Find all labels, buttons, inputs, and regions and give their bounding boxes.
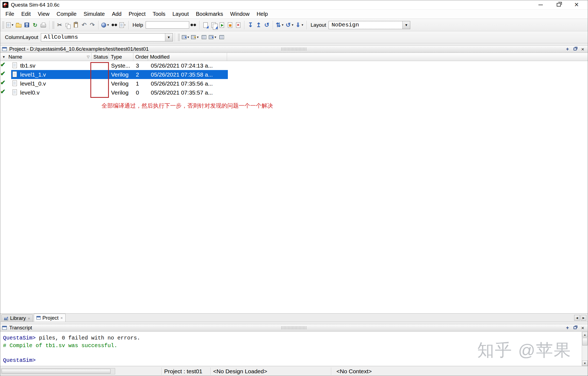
menu-item-compile[interactable]: Compile <box>53 11 80 17</box>
minimize-button[interactable] <box>532 0 550 9</box>
compile-button[interactable] <box>201 21 210 29</box>
panel-close-button[interactable]: × <box>580 46 586 52</box>
help-search-button[interactable] <box>189 21 197 29</box>
continue-icon: ↺ <box>286 22 290 28</box>
column-header-modified[interactable]: Modified <box>148 53 227 61</box>
menu-item-edit[interactable]: Edit <box>18 11 34 17</box>
scrollbar-thumb[interactable] <box>582 338 587 345</box>
redo-button[interactable]: ↷ <box>88 21 96 29</box>
column-header-status[interactable]: Status <box>91 53 109 61</box>
menu-item-view[interactable]: View <box>34 11 53 17</box>
maximize-button[interactable] <box>550 0 568 9</box>
toolbar-separator <box>175 33 175 42</box>
compile-all-button[interactable] <box>210 21 218 29</box>
tab-scroll-left-button[interactable]: ◀ <box>574 315 580 321</box>
layout-combobox[interactable]: NoDesign ▼ <box>329 21 410 29</box>
grid-icon <box>219 35 224 39</box>
stop-icon: × <box>236 22 240 28</box>
column-header-order[interactable]: Order <box>133 53 148 61</box>
tab-project[interactable]: Project × <box>34 314 66 322</box>
save-column-layout-button[interactable]: ▼ <box>208 33 218 42</box>
menu-item-layout[interactable]: Layout <box>169 11 192 17</box>
tab-close-icon[interactable]: × <box>28 316 30 321</box>
copy-icon <box>66 23 69 27</box>
paste-button[interactable] <box>72 21 80 29</box>
toolbar-drag-handle[interactable] <box>52 21 54 29</box>
menu-item-tools[interactable]: Tools <box>149 11 169 17</box>
find-button[interactable] <box>110 21 118 29</box>
cross-icon: × <box>237 23 239 27</box>
plus-icon: + <box>566 325 569 330</box>
panel-drag-handle[interactable] <box>281 47 307 51</box>
menu-item-bookmarks[interactable]: Bookmarks <box>192 11 226 17</box>
scroll-up-button[interactable]: ▲ <box>582 332 588 337</box>
save-button[interactable] <box>23 21 31 29</box>
transcript-prompt: QuestaSim> <box>3 357 36 364</box>
break-button[interactable]: × <box>234 21 242 29</box>
new-file-button[interactable]: ▼ <box>5 21 15 29</box>
tab-close-icon[interactable]: × <box>60 316 63 320</box>
run-button[interactable]: ⇅▼ <box>275 21 285 29</box>
tab-library[interactable]: Library × <box>1 314 33 322</box>
column-header-name[interactable]: ▼ Name ▽ <box>0 53 91 61</box>
menu-item-project[interactable]: Project <box>125 11 149 17</box>
expand-columns-button[interactable]: ▼ <box>181 33 191 42</box>
run-continue-button[interactable]: ↺▼ <box>285 21 295 29</box>
scroll-down-button[interactable]: ▼ <box>582 360 588 366</box>
panel-drag-handle[interactable] <box>281 326 307 330</box>
library-icon <box>4 317 8 320</box>
step-into-button[interactable]: ↧ <box>246 21 255 29</box>
find-in-files-button[interactable]: • <box>118 21 127 29</box>
simulate-button[interactable] <box>218 21 226 29</box>
reload-button[interactable]: ↻ <box>31 21 39 29</box>
print-button[interactable] <box>39 21 47 29</box>
menu-item-help[interactable]: Help <box>253 11 271 17</box>
chevron-down-icon: ▼ <box>291 23 294 26</box>
toolbar-separator <box>307 21 307 29</box>
open-button[interactable] <box>15 21 23 29</box>
table-row-level1_1v[interactable]: level1_1.v ✔ Verilog 2 05/26/2021 07:35:… <box>0 70 588 79</box>
collapse-columns-button[interactable]: ▼ <box>190 33 200 42</box>
cut-button[interactable]: ✂ <box>56 21 64 29</box>
close-button[interactable]: × <box>568 0 586 9</box>
annotation-text: 全部编译通过，然后执行下一步，否则针对发现的问题一个一个解决 <box>102 102 273 110</box>
layout-dropdown-button[interactable]: ▼ <box>402 21 410 29</box>
panel-maximize-button[interactable] <box>572 325 578 331</box>
menu-item-add[interactable]: Add <box>108 11 125 17</box>
toolbar-drag-handle[interactable] <box>2 21 4 29</box>
restart-button[interactable]: ↺ <box>263 21 271 29</box>
help-search-input[interactable] <box>146 21 189 29</box>
panel-undock-button[interactable]: + <box>564 46 571 52</box>
panel-undock-button[interactable]: + <box>564 325 571 331</box>
undo-button[interactable]: ↶ <box>80 21 88 29</box>
toolbar-drag-handle[interactable] <box>178 34 180 41</box>
scrollbar-thumb[interactable] <box>2 369 111 374</box>
menu-item-file[interactable]: File <box>2 11 18 17</box>
menu-item-window[interactable]: Window <box>227 11 253 17</box>
redo-icon: ↷ <box>90 22 95 28</box>
column-header-type[interactable]: Type <box>109 53 133 61</box>
columnlayout-combobox[interactable]: AllColumns ▼ <box>41 33 173 41</box>
app-icon[interactable] <box>2 2 8 8</box>
transcript-horizontal-scrollbar[interactable] <box>1 368 115 374</box>
transcript-vertical-scrollbar[interactable]: ▲ ▼ <box>582 332 588 366</box>
table-row-level1_0v[interactable]: level1_0.v ✔ Verilog 1 05/26/2021 07:35:… <box>0 79 588 88</box>
table-row-tb1sv[interactable]: tb1.sv ✔ Syste... 3 05/26/2021 07:24:13 … <box>0 61 588 70</box>
tool-menu-button[interactable]: ▼ <box>100 21 110 29</box>
tab-scroll-right-button[interactable]: ▶ <box>581 315 586 321</box>
menu-item-simulate[interactable]: Simulate <box>80 11 108 17</box>
run-all-button[interactable]: ⇓▼ <box>295 21 305 29</box>
columnlayout-dropdown-button[interactable]: ▼ <box>165 34 173 41</box>
delete-column-layout-button[interactable] <box>218 33 226 42</box>
optimize-button[interactable] <box>226 21 234 29</box>
tree-collapse-icon[interactable]: ▼ <box>2 55 5 59</box>
binoculars-icon <box>112 24 114 26</box>
panel-close-button[interactable]: × <box>580 325 586 331</box>
copy-button[interactable] <box>64 21 72 29</box>
refresh-columns-button[interactable] <box>200 33 208 42</box>
transcript-body[interactable]: QuestaSim>piles, 0 failed with no errors… <box>0 332 588 366</box>
step-out-button[interactable]: ↥ <box>255 21 263 29</box>
panel-maximize-button[interactable] <box>572 46 578 52</box>
title-bar: Questa Sim-64 10.6c × <box>0 0 588 10</box>
table-row-level0v[interactable]: level0.v ✔ Verilog 0 05/26/2021 07:35:57… <box>0 88 588 97</box>
